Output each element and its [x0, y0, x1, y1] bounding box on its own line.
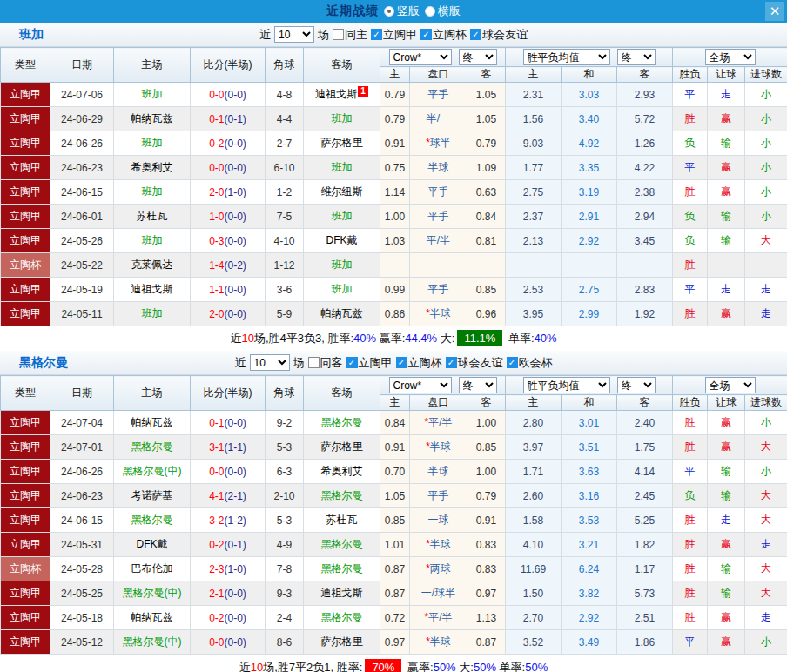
home-team-cell[interactable]: 迪祖戈斯 — [114, 278, 191, 302]
away-team-cell[interactable]: 萨尔格里 — [304, 435, 380, 460]
home-team-cell[interactable]: 黑格尔曼(中) — [114, 581, 191, 606]
match-count-select[interactable]: 10 — [274, 26, 314, 43]
close-button[interactable]: ✕ — [765, 2, 784, 21]
handicap-cell: 平手 — [410, 278, 467, 302]
odds-away-cell: 0.85 — [467, 435, 506, 460]
away-team-cell[interactable]: DFK戴 — [304, 229, 380, 253]
away-team-cell[interactable]: 班加 — [304, 253, 380, 278]
home-team-cell[interactable]: 黑格尔曼 — [114, 435, 191, 460]
avg-final-select[interactable]: 终 — [617, 49, 656, 65]
corner-cell: 5-9 — [266, 302, 304, 326]
home-team-cell[interactable]: DFK戴 — [114, 533, 191, 557]
result-goals-cell: 走 — [745, 278, 787, 302]
home-team-cell[interactable]: 帕纳瓦兹 — [114, 107, 191, 131]
away-team-cell[interactable]: 黑格尔曼 — [304, 533, 380, 557]
away-team-cell[interactable]: 苏杜瓦 — [304, 508, 380, 533]
home-team-cell[interactable]: 考诺萨基 — [114, 484, 191, 508]
home-team-cell[interactable]: 克莱佩达 — [114, 253, 191, 278]
away-team-cell[interactable]: 黑格尔曼 — [304, 411, 380, 435]
result-goals-cell: 小 — [745, 180, 787, 205]
same-venue-checkbox[interactable]: 同客 — [308, 355, 343, 371]
match-row: 立陶甲24-06-23考诺萨基4-1(2-1)2-10黑格尔曼1.05平手0.7… — [1, 484, 787, 508]
result-handicap-cell: 走 — [708, 278, 745, 302]
home-team-cell[interactable]: 班加 — [114, 229, 191, 253]
away-team-cell[interactable]: 黑格尔曼 — [304, 484, 380, 508]
away-team-cell[interactable]: 希奥利艾 — [304, 460, 380, 484]
avg-home-cell: 2.70 — [506, 606, 562, 630]
away-team-cell[interactable]: 迪祖戈斯 — [304, 581, 380, 606]
same-venue-checkbox[interactable]: 同主 — [333, 27, 367, 43]
scope-group-header: 全场 — [673, 48, 787, 67]
home-team-cell[interactable]: 黑格尔曼 — [114, 508, 191, 533]
home-team-cell[interactable]: 巴布伦加 — [114, 557, 191, 581]
handicap-cell: *半球 — [410, 533, 467, 557]
date-cell: 24-05-19 — [50, 278, 114, 302]
result-handicap-cell: 输 — [708, 484, 745, 508]
league-type-cell: 立陶甲 — [1, 107, 50, 131]
away-team-cell[interactable]: 萨尔格里 — [304, 630, 380, 655]
result-handicap-cell: 输 — [708, 460, 745, 484]
radio-selected-icon — [384, 6, 394, 17]
handicap-cell — [410, 253, 467, 278]
away-team-cell[interactable]: 黑格尔曼 — [304, 606, 380, 630]
handicap-cell: 平手 — [410, 180, 467, 205]
checkbox-checked-icon — [371, 29, 382, 40]
league-checkbox[interactable]: 欧会杯 — [507, 355, 553, 371]
home-team-cell[interactable]: 班加 — [114, 83, 191, 107]
bookmaker-select[interactable]: Crow* — [389, 377, 452, 393]
away-team-cell[interactable]: 迪祖戈斯1 — [304, 83, 380, 107]
result-handicap-cell: 赢 — [708, 107, 745, 131]
wdl-average-select[interactable]: 胜平负均值 — [523, 49, 610, 65]
home-team-cell[interactable]: 班加 — [114, 131, 191, 156]
match-row: 立陶甲24-07-06班加0-0(0-0)4-8迪祖戈斯10.79平手1.052… — [1, 83, 787, 107]
away-team-cell[interactable]: 班加 — [304, 205, 380, 229]
avg-final-select[interactable]: 终 — [617, 377, 656, 393]
home-team-cell[interactable]: 班加 — [114, 180, 191, 205]
full-match-select[interactable]: 全场 — [705, 377, 756, 393]
league-checkbox[interactable]: 球会友谊 — [470, 27, 528, 43]
avg-draw-cell: 3.35 — [562, 156, 617, 180]
home-team-cell[interactable]: 帕纳瓦兹 — [114, 411, 191, 435]
avg-home-cell: 2.31 — [506, 83, 562, 107]
layout-horizontal-radio[interactable]: 横版 — [425, 3, 461, 19]
away-team-cell[interactable]: 班加 — [304, 107, 380, 131]
date-cell: 24-07-04 — [50, 411, 114, 435]
away-team-cell[interactable]: 帕纳瓦兹 — [304, 302, 380, 326]
home-team-cell[interactable]: 帕纳瓦兹 — [114, 606, 191, 630]
avg-draw-cell — [562, 253, 617, 278]
odds-final-select[interactable]: 终 — [459, 49, 497, 65]
score-cell: 0-0(0-0) — [191, 156, 266, 180]
star-marker: * — [426, 538, 430, 550]
league-checkbox[interactable]: 立陶甲 — [371, 27, 417, 43]
league-checkbox[interactable]: 球会友谊 — [446, 355, 503, 371]
league-checkbox[interactable]: 立陶杯 — [420, 27, 467, 43]
avg-away-cell: 1.86 — [617, 630, 673, 655]
away-team-cell[interactable]: 黑格尔曼 — [304, 557, 380, 581]
corner-cell: 4-4 — [266, 107, 304, 131]
league-checkbox[interactable]: 立陶杯 — [396, 355, 442, 371]
layout-vertical-radio[interactable]: 竖版 — [384, 3, 420, 19]
home-team-cell[interactable]: 黑格尔曼(中) — [114, 460, 191, 484]
away-team-cell[interactable]: 萨尔格里 — [304, 131, 380, 156]
league-checkbox[interactable]: 立陶甲 — [346, 355, 393, 371]
wdl-average-select[interactable]: 胜平负均值 — [523, 377, 610, 393]
full-match-select[interactable]: 全场 — [705, 49, 756, 65]
away-team-cell[interactable]: 班加 — [304, 156, 380, 180]
team1-filters: 近 10 场 同主 立陶甲 立陶杯 球会友谊 — [259, 26, 528, 43]
away-team-cell[interactable]: 维尔纽斯 — [304, 180, 380, 205]
home-team-cell[interactable]: 苏杜瓦 — [114, 205, 191, 229]
summary-part: 44.4% — [405, 332, 437, 345]
bookmaker-select[interactable]: Crow* — [389, 49, 452, 65]
away-team-cell[interactable]: 班加 — [304, 278, 380, 302]
avg-away-cell: 1.75 — [617, 435, 673, 460]
odds-final-select[interactable]: 终 — [459, 377, 497, 393]
odds-away-cell: 1.05 — [467, 83, 506, 107]
avg-draw-cell: 2.91 — [562, 205, 617, 229]
match-count-select[interactable]: 10 — [250, 354, 290, 371]
date-cell: 24-05-28 — [50, 557, 114, 581]
summary-part: 近 — [239, 661, 251, 672]
home-team-cell[interactable]: 班加 — [114, 302, 191, 326]
score-cell: 2-3(1-0) — [191, 557, 266, 581]
home-team-cell[interactable]: 黑格尔曼(中) — [114, 630, 191, 655]
home-team-cell[interactable]: 希奥利艾 — [114, 156, 191, 180]
